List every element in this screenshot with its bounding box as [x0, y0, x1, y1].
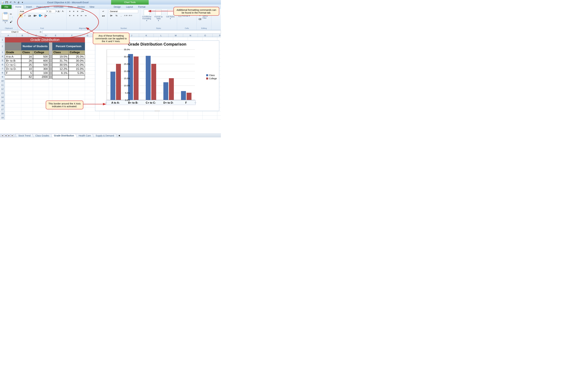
col-header-N[interactable]: N [183, 34, 198, 37]
save-icon[interactable]: 💾 [5, 0, 9, 4]
tab-page-layout[interactable]: Page Layout [34, 5, 52, 9]
row-header-6[interactable]: 6 [0, 63, 5, 67]
qat-dropdown-icon[interactable]: ▾ [21, 0, 24, 4]
decrease-decimal-icon[interactable]: .00 .0 [129, 14, 132, 17]
fx-icon[interactable]: fx [39, 31, 43, 33]
align-right-icon[interactable]: ≡ [76, 14, 79, 17]
chart-legend[interactable]: Class College [206, 73, 217, 81]
tab-nav-last-icon[interactable]: ⏭ [11, 134, 14, 137]
row-header-3[interactable]: 3 [0, 50, 5, 54]
paste-button[interactable]: Paste ▾ [1, 13, 9, 24]
col-header-E[interactable]: E [47, 34, 64, 37]
increase-indent-icon[interactable]: ⇥ [84, 14, 87, 17]
plot-area[interactable] [107, 49, 195, 100]
sheet-tab-stock-trend[interactable]: Stock Trend [15, 134, 34, 137]
row-header-7[interactable]: 7 [0, 67, 5, 71]
bold-button[interactable]: B [19, 14, 23, 17]
col-header-F[interactable]: F [64, 34, 80, 37]
number-format-selector[interactable]: General [109, 10, 138, 13]
row-header-11[interactable]: 11 [0, 83, 5, 87]
x-tick-label[interactable]: A to A- [107, 101, 124, 104]
copy-icon[interactable]: 📄 [10, 16, 14, 20]
wrap-text-icon[interactable]: ↵ [102, 10, 105, 13]
sheet-tab-class-grades[interactable]: Class Grades [32, 134, 52, 137]
bar-class-2[interactable] [146, 56, 151, 100]
col-header-A[interactable]: A [0, 34, 16, 37]
align-bottom-icon[interactable]: ≡ [76, 10, 79, 13]
format-painter-icon[interactable]: 🖌 [10, 20, 14, 24]
font-size-selector[interactable]: 11 [48, 10, 55, 13]
x-tick-label[interactable]: B+ to B- [124, 101, 142, 104]
row-header-15[interactable]: 15 [0, 99, 5, 103]
tab-layout[interactable]: Layout [124, 5, 136, 9]
row-header-4[interactable]: 4 [0, 54, 5, 58]
col-header-O[interactable]: O [198, 34, 213, 37]
x-tick-label[interactable]: D+ to D- [160, 101, 177, 104]
fill-color-icon[interactable]: 🪣▾ [38, 14, 43, 17]
shrink-font-icon[interactable]: A↓ [61, 10, 65, 13]
row-header-13[interactable]: 13 [0, 91, 5, 95]
row-header-18[interactable]: 18 [0, 111, 5, 116]
col-header-B[interactable]: B [16, 34, 28, 37]
font-color-icon[interactable]: A▾ [43, 14, 48, 17]
tab-nav-prev-icon[interactable]: ◀ [4, 134, 7, 137]
row-header-19[interactable]: 19 [0, 116, 5, 120]
embedded-chart[interactable]: Grade Distribution Comparison A to A-B+ … [95, 40, 219, 111]
tab-nav-first-icon[interactable]: ⏮ [1, 134, 4, 137]
tab-formulas[interactable]: Formulas [52, 5, 66, 9]
tab-home[interactable]: Home [13, 5, 24, 9]
col-header-P[interactable]: P [213, 34, 221, 37]
bar-class-0[interactable] [110, 72, 115, 100]
row-header-2[interactable]: 2 [0, 42, 5, 50]
sheet-tab-health-care[interactable]: Health Care [76, 134, 94, 137]
tab-review[interactable]: Review [75, 5, 87, 9]
bar-college-1[interactable] [134, 56, 139, 100]
row-header-5[interactable]: 5 [0, 58, 5, 63]
row-header-12[interactable]: 12 [0, 87, 5, 91]
col-header-K[interactable]: K [139, 34, 154, 37]
bar-class-4[interactable] [181, 91, 186, 100]
cut-icon[interactable]: ✂ [10, 13, 14, 16]
bar-college-3[interactable] [169, 78, 174, 100]
chart-handle-top[interactable] [155, 40, 160, 41]
row-header-17[interactable]: 17 [0, 108, 5, 111]
clear-icon[interactable]: ⌫ [198, 17, 201, 21]
font-name-selector[interactable]: Arial [19, 10, 46, 13]
excel-icon[interactable]: 📊 [1, 0, 5, 4]
italic-button[interactable]: I [23, 14, 27, 17]
percent-icon[interactable]: % [115, 14, 118, 17]
col-header-C[interactable]: C [28, 34, 44, 37]
print-icon[interactable]: 🖨 [17, 0, 20, 4]
undo-icon[interactable]: ↶ [9, 0, 13, 4]
bar-class-3[interactable] [163, 82, 168, 100]
tab-nav-next-icon[interactable]: ▶ [8, 134, 11, 137]
currency-icon[interactable]: $▾ [109, 14, 114, 17]
formula-input[interactable] [43, 30, 221, 34]
borders-icon[interactable]: ▦▾ [32, 14, 37, 17]
row-header-9[interactable]: 9 [0, 75, 5, 79]
align-top-icon[interactable]: ≡ [68, 10, 72, 13]
tab-design[interactable]: Design [111, 5, 124, 9]
x-tick-label[interactable]: F [177, 101, 195, 104]
sheet-tab-grade-distribution[interactable]: Grade Distribution [51, 134, 77, 137]
sheet-tab-supply-&-demand[interactable]: Supply & Demand [93, 134, 117, 137]
row-header-8[interactable]: 8 [0, 71, 5, 75]
name-box[interactable]: Chart 3 [1, 30, 29, 34]
row-header-16[interactable]: 16 [0, 103, 5, 108]
row-header-14[interactable]: 14 [0, 95, 5, 99]
tab-insert[interactable]: Insert [24, 5, 34, 9]
align-middle-icon[interactable]: ≡ [72, 10, 75, 13]
redo-icon[interactable]: ↷ [13, 0, 16, 4]
comma-icon[interactable]: , [119, 14, 123, 17]
bar-college-2[interactable] [151, 64, 156, 100]
tab-view[interactable]: View [87, 5, 97, 9]
col-header-D[interactable]: D [44, 34, 47, 37]
align-center-icon[interactable]: ≡ [72, 14, 75, 17]
file-tab[interactable]: File [1, 5, 12, 9]
merge-center-icon[interactable]: ⬌▾ [101, 14, 106, 18]
increase-decimal-icon[interactable]: .0 .00 [124, 14, 128, 17]
chart-handle-bottom[interactable] [155, 110, 160, 111]
tab-scroll-icon[interactable]: ◀ [118, 135, 120, 137]
grow-font-icon[interactable]: A↑ [57, 10, 61, 13]
underline-button[interactable]: U▾ [27, 14, 32, 17]
